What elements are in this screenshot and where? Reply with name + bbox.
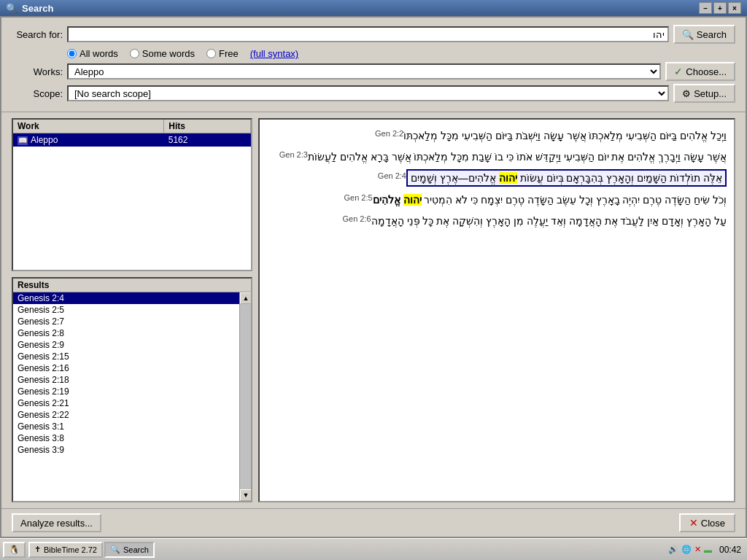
titlebar: 🔍 Search – + × — [0, 0, 747, 16]
tray-icon-1: 🔊 — [668, 545, 678, 554]
list-item[interactable]: Genesis 2:18 — [13, 374, 239, 386]
list-item[interactable]: Genesis 2:5 — [13, 304, 239, 316]
results-scrollbar: ▲ ▼ — [239, 292, 251, 501]
verse-line: אֲשֶׁר עָשָׂה וַיְבָרֶךְ אֱלֹהִים אֶת יו… — [267, 148, 727, 166]
analyze-button[interactable]: Analyze results... — [12, 513, 101, 532]
taskbar: 🐧 ✝BibleTime 2.72🔍Search 🔊 🌐 ✕ ▬ 00:42 — [0, 538, 747, 560]
text-panel: וַיְכַל אֱלֹהִים בַּיּוֹם הַשְּׁבִיעִי מ… — [258, 118, 735, 502]
verse-ref: Gen 2:5 — [344, 191, 373, 206]
verse-ref: Gen 2:2 — [375, 127, 403, 141]
highlighted-word: יהוה — [499, 172, 517, 184]
close-button[interactable]: ✕ Close — [679, 513, 735, 532]
verse-text: וְכֹל שִׂיחַ הַשָּׂדֶה טֶרֶם יִהְיֶה בָא… — [373, 191, 727, 209]
verse-text: אֵלֶּה תוֹלְדוֹת הַשָּׁמַיִם וְהָאָרֶץ ב… — [406, 169, 727, 187]
verse-word: וְכֹל שִׂיחַ הַשָּׂדֶה טֶרֶם יִהְיֶה בָא… — [422, 194, 727, 206]
list-item[interactable]: Genesis 2:4 — [13, 292, 239, 304]
selected-verse-box: אֵלֶּה תוֹלְדוֹת הַשָּׁמַיִם וְהָאָרֶץ ב… — [406, 169, 727, 187]
verse-ref: Gen 2:6 — [343, 212, 371, 227]
app-label: Search — [123, 545, 149, 554]
search-for-label: Search for: — [12, 29, 63, 40]
list-item[interactable]: Genesis 2:9 — [13, 339, 239, 351]
gear-icon: ⚙ — [682, 88, 691, 99]
verse-word: אֱלֹהִים — [373, 194, 403, 206]
tray-icon-4: ▬ — [704, 545, 712, 554]
list-item[interactable]: Genesis 2:19 — [13, 386, 239, 397]
app-label: BibleTime 2.72 — [44, 545, 97, 554]
results-area: Work Hits 📖Aleppo5162 Results Genesis 2:… — [1, 112, 746, 508]
search-for-row: Search for: 🔍 Search — [12, 25, 735, 44]
list-item[interactable]: Genesis 3:9 — [13, 444, 239, 456]
verse-text: וַיְכַל אֱלֹהִים בַּיּוֹם הַשְּׁבִיעִי מ… — [403, 127, 727, 145]
verse-text: אֲשֶׁר עָשָׂה וַיְבָרֶךְ אֱלֹהִים אֶת יו… — [308, 148, 727, 166]
window-controls: – + × — [699, 2, 741, 14]
search-button[interactable]: 🔍 Search — [673, 25, 735, 44]
scrollbar-track[interactable] — [240, 304, 251, 489]
some-words-option[interactable]: Some words — [130, 48, 195, 59]
list-item[interactable]: Genesis 3:1 — [13, 421, 239, 432]
highlighted-word: יהוה — [403, 194, 422, 206]
window-title: Search — [22, 3, 53, 14]
app-icon: 🔍 — [110, 545, 120, 554]
hits-cell: 5162 — [164, 133, 251, 147]
verse-ref: Gen 2:3 — [279, 148, 308, 163]
list-item[interactable]: Genesis 2:22 — [13, 409, 239, 421]
system-tray: 🔊 🌐 ✕ ▬ 00:42 — [665, 545, 744, 555]
list-item[interactable]: Genesis 2:7 — [13, 316, 239, 327]
title-icon: 🔍 — [6, 3, 18, 14]
taskbar-app-bibletime-2.72[interactable]: ✝BibleTime 2.72 — [28, 542, 103, 558]
scroll-down-button[interactable]: ▼ — [240, 489, 251, 501]
scroll-up-button[interactable]: ▲ — [240, 292, 251, 304]
verse-line: עַל הָאָרֶץ וְאָדָם אַיִן לַעֲבֹד אֶת הָ… — [267, 212, 727, 230]
results-list-container: Genesis 2:4Genesis 2:5Genesis 2:7Genesis… — [13, 292, 251, 501]
verse-word: אֱלֹהִים—אֶרֶץ וְשָׁמָיִם — [411, 172, 499, 184]
radio-row: All words Some words Free (full syntax) — [12, 48, 735, 59]
list-item[interactable]: Genesis 2:16 — [13, 362, 239, 374]
start-button[interactable]: 🐧 — [3, 542, 26, 558]
tray-icon-2: 🌐 — [681, 545, 692, 554]
list-item[interactable]: Genesis 3:8 — [13, 432, 239, 444]
search-input[interactable] — [67, 26, 669, 42]
results-header: Results — [13, 279, 251, 292]
some-words-radio[interactable] — [130, 49, 139, 58]
search-controls: Search for: 🔍 Search All words Some word… — [1, 18, 746, 112]
full-syntax-link[interactable]: (full syntax) — [250, 48, 298, 59]
works-table-row[interactable]: 📖Aleppo5162 — [13, 133, 251, 147]
verse-text: עַל הָאָרֶץ וְאָדָם אַיִן לַעֲבֹד אֶת הָ… — [371, 212, 727, 230]
main-window: Search for: 🔍 Search All words Some word… — [0, 16, 747, 538]
maximize-button[interactable]: + — [713, 2, 727, 14]
choose-button[interactable]: ✓ Choose... — [665, 62, 735, 81]
verse-line: וְכֹל שִׂיחַ הַשָּׂדֶה טֶרֶם יִהְיֶה בָא… — [267, 191, 727, 209]
list-item[interactable]: Genesis 2:15 — [13, 351, 239, 362]
verse-line: אֵלֶּה תוֹלְדוֹת הַשָּׁמַיִם וְהָאָרֶץ ב… — [267, 169, 727, 187]
hits-column-header: Hits — [164, 120, 251, 133]
bottom-bar: Analyze results... ✕ Close — [1, 508, 746, 537]
clock: 00:42 — [715, 545, 741, 555]
list-item[interactable]: Genesis 2:21 — [13, 397, 239, 409]
close-icon: ✕ — [689, 517, 698, 529]
works-label: Works: — [12, 66, 63, 77]
close-window-button[interactable]: × — [728, 2, 741, 14]
free-radio[interactable] — [206, 49, 216, 58]
work-column-header: Work — [13, 120, 164, 133]
setup-button[interactable]: ⚙ Setup... — [673, 84, 735, 103]
left-panel: Work Hits 📖Aleppo5162 Results Genesis 2:… — [12, 118, 252, 502]
search-icon: 🔍 — [682, 29, 694, 40]
work-cell: 📖Aleppo — [13, 133, 164, 147]
free-option[interactable]: Free — [206, 48, 239, 59]
verse-line: וַיְכַל אֱלֹהִים בַּיּוֹם הַשְּׁבִיעִי מ… — [267, 127, 727, 145]
checkmark-icon: ✓ — [674, 66, 683, 77]
list-item[interactable]: Genesis 2:8 — [13, 327, 239, 339]
minimize-button[interactable]: – — [699, 2, 712, 14]
taskbar-app-search[interactable]: 🔍Search — [104, 542, 155, 558]
all-words-option[interactable]: All words — [67, 48, 118, 59]
scope-select[interactable]: [No search scope] — [67, 85, 669, 101]
scope-label: Scope: — [12, 88, 63, 99]
results-list: Genesis 2:4Genesis 2:5Genesis 2:7Genesis… — [13, 292, 239, 501]
works-row: Works: Aleppo ✓ Choose... — [12, 62, 735, 81]
book-icon: 📖 — [18, 136, 28, 145]
all-words-radio[interactable] — [67, 49, 77, 58]
tray-icon-3: ✕ — [694, 545, 701, 554]
works-select[interactable]: Aleppo — [67, 63, 661, 79]
verse-ref: Gen 2:4 — [378, 169, 406, 184]
start-icon: 🐧 — [9, 545, 20, 555]
